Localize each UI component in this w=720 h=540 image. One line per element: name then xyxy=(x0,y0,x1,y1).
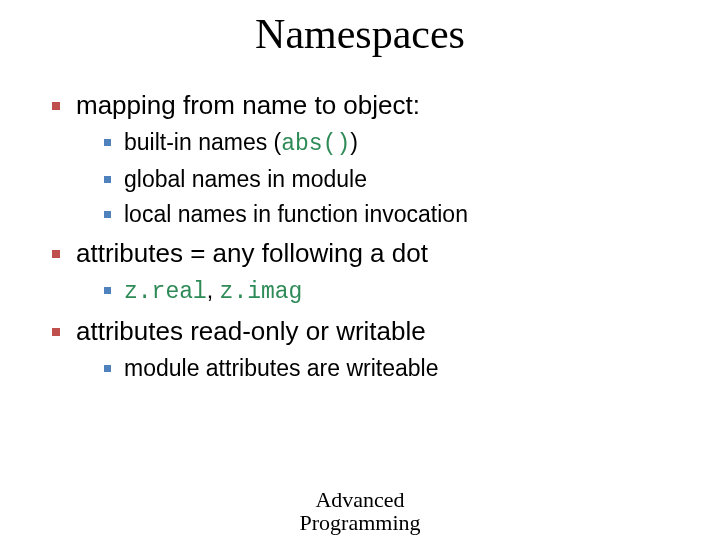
slide-content: Namespaces mapping from name to object: … xyxy=(0,0,720,385)
bullet-text: mapping from name to object: xyxy=(76,90,420,120)
sub-bullet-item: global names in module xyxy=(104,164,680,195)
sub-bullet-item: z.real, z.imag xyxy=(104,275,680,308)
code-text: z.imag xyxy=(220,279,303,305)
sub-bullet-text: module attributes are writeable xyxy=(124,355,439,381)
sub-bullet-text: ) xyxy=(350,129,358,155)
footer-line: Programming xyxy=(0,511,720,534)
bullet-text: attributes = any following a dot xyxy=(76,238,428,268)
sub-bullet-item: module attributes are writeable xyxy=(104,353,680,384)
bullet-item: attributes read-only or writable module … xyxy=(52,314,680,384)
code-text: abs() xyxy=(281,131,350,157)
sub-bullet-item: built-in names (abs()) xyxy=(104,127,680,160)
sub-bullet-list: built-in names (abs()) global names in m… xyxy=(76,127,680,230)
sub-bullet-item: local names in function invocation xyxy=(104,199,680,230)
bullet-item: attributes = any following a dot z.real,… xyxy=(52,236,680,308)
sub-bullet-text: local names in function invocation xyxy=(124,201,468,227)
slide-footer: Advanced Programming xyxy=(0,488,720,534)
bullet-text: attributes read-only or writable xyxy=(76,316,426,346)
sub-bullet-text: , xyxy=(207,277,220,303)
sub-bullet-text: global names in module xyxy=(124,166,367,192)
bullet-list: mapping from name to object: built-in na… xyxy=(40,88,680,385)
code-text: z.real xyxy=(124,279,207,305)
bullet-item: mapping from name to object: built-in na… xyxy=(52,88,680,230)
sub-bullet-list: z.real, z.imag xyxy=(76,275,680,308)
slide-title: Namespaces xyxy=(40,10,680,58)
sub-bullet-text: built-in names ( xyxy=(124,129,281,155)
footer-line: Advanced xyxy=(0,488,720,511)
sub-bullet-list: module attributes are writeable xyxy=(76,353,680,384)
